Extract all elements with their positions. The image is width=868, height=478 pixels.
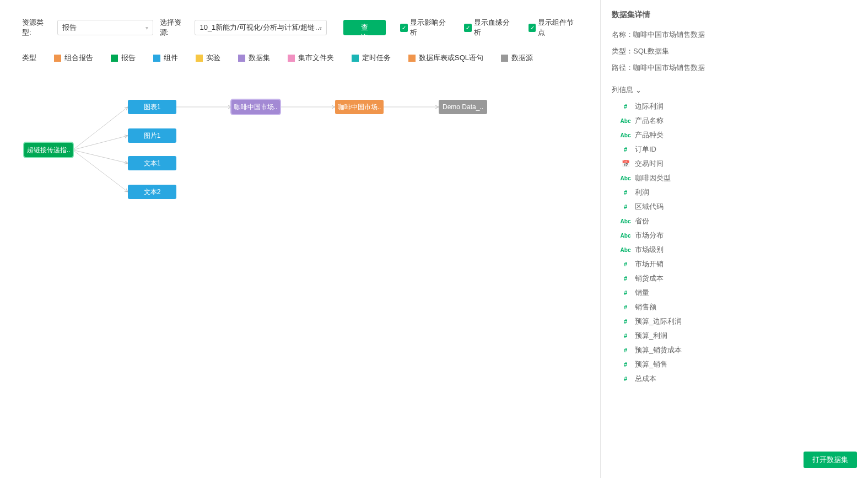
text-type-icon <box>621 218 630 224</box>
graph-edges <box>22 68 594 471</box>
select-resource-value: 10_1新能力/可视化/分析与计算/超链接传递 <box>200 23 322 33</box>
svg-line-2 <box>73 150 128 163</box>
column-name: 预算_边际利润 <box>635 316 682 326</box>
node-image1[interactable]: 图片1 <box>128 128 176 143</box>
detail-path-value: 咖啡中国市场销售数据 <box>633 63 705 72</box>
column-item: 市场级别 <box>621 243 857 257</box>
node-dataset[interactable]: 咖啡中国市场.. <box>231 100 280 114</box>
column-name: 产品名称 <box>635 116 664 126</box>
column-name: 区域代码 <box>635 202 664 212</box>
columns-header-label: 列信息 <box>612 85 633 95</box>
legend-item-label: 定时任务 <box>362 53 391 63</box>
select-resource-label: 选择资源: <box>160 18 188 37</box>
detail-path-label: 路径： <box>612 63 633 72</box>
column-item: 预算_利润 <box>621 329 857 343</box>
column-item: 咖啡因类型 <box>621 171 857 185</box>
text-type-icon <box>621 175 630 181</box>
detail-type-value: SQL数据集 <box>633 47 669 55</box>
number-type-icon <box>621 275 630 282</box>
svg-line-1 <box>73 136 128 150</box>
node-sql[interactable]: 咖啡中国市场.. <box>335 100 384 114</box>
column-name: 边际利润 <box>635 101 664 111</box>
column-name: 利润 <box>635 187 649 197</box>
legend-item-label: 组合报告 <box>64 53 93 63</box>
node-text2[interactable]: 文本2 <box>128 185 176 199</box>
show-lineage-checkbox[interactable]: ✓ 显示血缘分析 <box>464 18 514 37</box>
svg-line-3 <box>73 150 128 192</box>
legend-swatch <box>352 55 359 62</box>
number-type-icon <box>621 261 630 267</box>
legend-swatch <box>111 55 118 62</box>
column-name: 市场级别 <box>635 245 664 255</box>
check-icon: ✓ <box>529 24 536 32</box>
show-impact-label: 显示影响分析 <box>410 18 450 37</box>
legend-item: 组合报告 <box>54 53 93 63</box>
legend-item: 组件 <box>153 53 178 63</box>
legend-item-label: 实验 <box>206 53 220 63</box>
legend-item-label: 数据源 <box>511 53 533 63</box>
column-item: 利润 <box>621 185 857 200</box>
column-name: 销货成本 <box>635 273 664 283</box>
query-button[interactable]: 查询 <box>343 20 385 35</box>
show-components-checkbox[interactable]: ✓ 显示组件节点 <box>529 18 578 37</box>
check-icon: ✓ <box>464 24 472 32</box>
legend-item: 集市文件夹 <box>288 53 334 63</box>
column-name: 咖啡因类型 <box>635 173 671 183</box>
column-item: 产品种类 <box>621 128 857 142</box>
column-name: 预算_销货成本 <box>635 345 682 355</box>
text-type-icon <box>621 132 630 138</box>
column-name: 订单ID <box>635 144 656 154</box>
detail-name-row: 名称：咖啡中国市场销售数据 <box>612 30 857 40</box>
panel-title: 数据集详情 <box>612 10 857 20</box>
columns-toggle[interactable]: 列信息 ⌄ <box>612 85 857 95</box>
node-root-report[interactable]: 超链接传递指.. <box>24 143 73 157</box>
number-type-icon <box>621 103 630 110</box>
column-name: 市场分布 <box>635 230 664 240</box>
number-type-icon <box>621 361 630 368</box>
column-item: 总成本 <box>621 372 857 386</box>
text-type-icon <box>621 247 630 253</box>
column-item: 订单ID <box>621 142 857 157</box>
number-type-icon <box>621 189 630 196</box>
detail-panel: 数据集详情 名称：咖啡中国市场销售数据 类型：SQL数据集 路径：咖啡中国市场销… <box>601 0 868 478</box>
open-dataset-button[interactable]: 打开数据集 <box>804 452 857 468</box>
chevron-down-icon: ⌄ <box>635 86 641 94</box>
legend-swatch <box>54 55 61 62</box>
text-type-icon <box>621 118 630 124</box>
resource-type-select[interactable]: 报告 ▾ <box>57 20 153 35</box>
column-item: 市场分布 <box>621 228 857 243</box>
column-item: 交易时间 <box>621 157 857 171</box>
column-item: 产品名称 <box>621 114 857 128</box>
column-name: 交易时间 <box>635 159 664 169</box>
column-item: 销量 <box>621 286 857 300</box>
resource-type-label: 资源类型: <box>22 18 51 37</box>
legend-swatch <box>238 55 245 62</box>
node-text1[interactable]: 文本1 <box>128 156 176 170</box>
number-type-icon <box>621 347 630 353</box>
column-item: 区域代码 <box>621 200 857 214</box>
column-name: 市场开销 <box>635 259 664 269</box>
select-resource-select[interactable]: 10_1新能力/可视化/分析与计算/超链接传递 ▾ <box>195 20 327 35</box>
number-type-icon <box>621 375 630 382</box>
legend-item-label: 数据集 <box>249 53 270 63</box>
check-icon: ✓ <box>400 24 408 32</box>
column-item: 预算_边际利润 <box>621 314 857 329</box>
column-item: 市场开销 <box>621 257 857 271</box>
number-type-icon <box>621 289 630 296</box>
node-source[interactable]: Demo Data_.. <box>439 100 487 114</box>
legend-item-label: 报告 <box>121 53 136 63</box>
legend-type-label: 类型 <box>22 53 36 63</box>
show-impact-checkbox[interactable]: ✓ 显示影响分析 <box>400 18 450 37</box>
toolbar: 资源类型: 报告 ▾ 选择资源: 10_1新能力/可视化/分析与计算/超链接传递… <box>0 12 600 43</box>
legend-item-label: 集市文件夹 <box>298 53 334 63</box>
detail-type-row: 类型：SQL数据集 <box>612 46 857 56</box>
column-item: 预算_销货成本 <box>621 343 857 357</box>
main-area: 资源类型: 报告 ▾ 选择资源: 10_1新能力/可视化/分析与计算/超链接传递… <box>0 0 601 478</box>
node-chart1[interactable]: 图表1 <box>128 100 176 114</box>
show-lineage-label: 显示血缘分析 <box>474 18 514 37</box>
svg-line-0 <box>73 107 128 150</box>
graph-canvas[interactable]: 超链接传递指.. 图表1 图片1 文本1 文本2 咖啡中国市场.. 咖啡中国市场… <box>22 68 594 471</box>
legend-item: 定时任务 <box>352 53 391 63</box>
legend: 类型 组合报告报告组件实验数据集集市文件夹定时任务数据库表或SQL语句数据源 <box>0 43 600 66</box>
columns-list: 边际利润产品名称产品种类订单ID交易时间咖啡因类型利润区域代码省份市场分布市场级… <box>612 99 857 386</box>
